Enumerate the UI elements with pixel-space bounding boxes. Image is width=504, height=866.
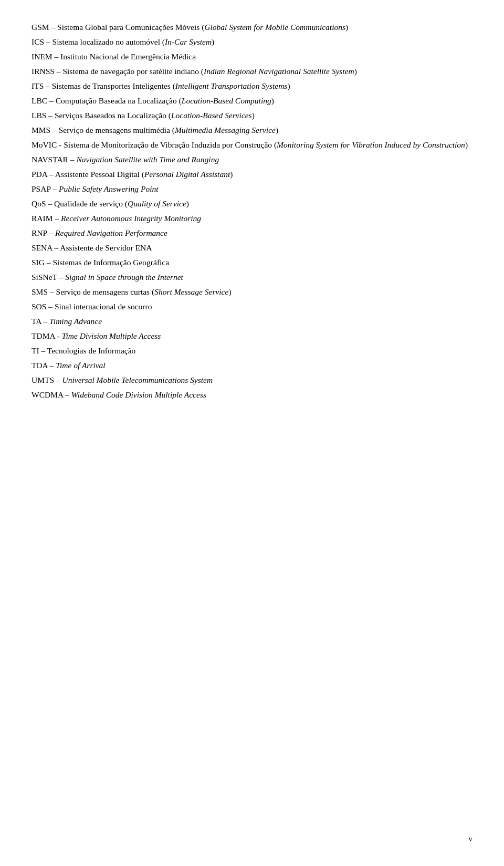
glossary-entry-lbs: LBS – Serviços Baseados na Localização (… <box>32 109 472 122</box>
glossary-entry-rnp: RNP – Required Navigation Performance <box>32 227 472 239</box>
entry-italic-gsm: Global System for Mobile Communications <box>204 23 345 32</box>
entry-text-sms: SMS – Serviço de mensagens curtas ( <box>32 287 154 296</box>
glossary-entry-movic: MoVIC - Sistema de Monitorização de Vibr… <box>32 139 472 151</box>
entry-text-movic: MoVIC - Sistema de Monitorização de Vibr… <box>32 140 277 149</box>
glossary-entry-ics: ICS – Sistema localizado no automóvel (I… <box>32 36 472 48</box>
entry-italic-sms: Short Message Service <box>154 287 228 296</box>
glossary-entry-sena: SENA – Assistente de Servidor ENA <box>32 242 472 254</box>
entry-text-qos: QoS – Qualidade de serviço ( <box>32 199 128 208</box>
entry-suffix-irnss: ) <box>354 67 357 76</box>
entry-italic-umts: Universal Mobile Telecommunications Syst… <box>62 375 213 384</box>
entry-text-lbs: LBS – Serviços Baseados na Localização ( <box>32 111 171 120</box>
entry-italic-pda: Personal Digital Assistant <box>144 170 230 179</box>
entry-suffix-gsm: ) <box>345 23 348 32</box>
glossary-entry-qos: QoS – Qualidade de serviço (Quality of S… <box>32 197 472 210</box>
entry-text-sena: SENA – Assistente de Servidor ENA <box>32 243 152 252</box>
entry-suffix-movic: ) <box>465 140 468 149</box>
entry-text-irnss: IRNSS – Sistema de navegação por satélit… <box>32 67 204 76</box>
entry-italic-raim: Receiver Autonomous Integrity Monitoring <box>61 214 201 223</box>
entry-italic-lbs: Location-Based Services <box>171 111 252 120</box>
entry-suffix-lbs: ) <box>252 111 255 120</box>
entry-suffix-sms: ) <box>228 287 231 296</box>
entry-suffix-qos: ) <box>186 199 189 208</box>
glossary-entry-ti: TI – Tecnologias de Informação <box>32 345 472 357</box>
entry-text-wcdma: WCDMA – <box>32 390 71 399</box>
entry-italic-lbc: Location-Based Computing <box>182 96 271 105</box>
glossary-entry-sms: SMS – Serviço de mensagens curtas (Short… <box>32 286 472 298</box>
glossary-entry-irnss: IRNSS – Sistema de navegação por satélit… <box>32 65 472 78</box>
entry-italic-irnss: Indian Regional Navigational Satellite S… <box>204 67 354 76</box>
glossary-entry-raim: RAIM – Receiver Autonomous Integrity Mon… <box>32 212 472 225</box>
page-number: v <box>469 833 473 845</box>
entry-text-its: ITS – Sistemas de Transportes Inteligent… <box>32 81 175 90</box>
entry-suffix-pda: ) <box>230 170 233 179</box>
entry-italic-qos: Quality of Service <box>128 199 186 208</box>
entry-suffix-mms: ) <box>276 126 278 134</box>
entry-italic-sisnet: Signal in Space through the Internet <box>65 273 183 281</box>
entry-text-ta: TA – <box>32 317 49 326</box>
entry-italic-tdma: Time Division Multiple Access <box>62 331 161 340</box>
glossary-entry-sig: SIG – Sistemas de Informação Geográfica <box>32 256 472 269</box>
entry-text-toa: TOA – <box>32 361 56 370</box>
entry-text-sisnet: SiSNeT – <box>32 273 65 281</box>
entry-suffix-ics: ) <box>212 37 214 46</box>
glossary-entry-sos: SOS – Sinal internacional de socorro <box>32 300 472 313</box>
glossary-entry-ta: TA – Timing Advance <box>32 315 472 328</box>
glossary-entry-wcdma: WCDMA – Wideband Code Division Multiple … <box>32 389 472 401</box>
entry-italic-ta: Timing Advance <box>49 317 102 326</box>
entry-text-lbc: LBC – Computação Baseada na Localização … <box>32 96 182 105</box>
glossary-entry-pda: PDA – Assistente Pessoal Digital (Person… <box>32 168 472 181</box>
glossary-entry-its: ITS – Sistemas de Transportes Inteligent… <box>32 80 472 92</box>
glossary-entry-mms: MMS – Serviço de mensagens multimédia (M… <box>32 124 472 137</box>
entry-text-gsm: GSM – Sistema Global para Comunicações M… <box>32 23 204 32</box>
entry-italic-toa: Time of Arrival <box>56 361 105 370</box>
entry-italic-movic: Monitoring System for Vibration Induced … <box>277 140 465 149</box>
entry-text-tdma: TDMA - <box>32 331 62 340</box>
entry-text-raim: RAIM – <box>32 214 61 223</box>
glossary-entry-sisnet: SiSNeT – Signal in Space through the Int… <box>32 271 472 284</box>
glossary-entry-navstar: NAVSTAR – Navigation Satellite with Time… <box>32 153 472 166</box>
entry-italic-rnp: Required Navigation Performance <box>55 228 167 237</box>
entry-italic-its: Intelligent Transportation Systems <box>175 81 288 90</box>
entry-italic-navstar: Navigation Satellite with Time and Rangi… <box>76 155 219 164</box>
entry-italic-ics: In-Car System <box>165 37 212 46</box>
entry-text-rnp: RNP – <box>32 228 55 237</box>
glossary-entry-lbc: LBC – Computação Baseada na Localização … <box>32 95 472 107</box>
glossary-entry-tdma: TDMA - Time Division Multiple Access <box>32 330 472 342</box>
entry-text-pda: PDA – Assistente Pessoal Digital ( <box>32 170 144 179</box>
entry-text-ics: ICS – Sistema localizado no automóvel ( <box>32 37 165 46</box>
entry-text-mms: MMS – Serviço de mensagens multimédia ( <box>32 126 175 134</box>
entry-italic-wcdma: Wideband Code Division Multiple Access <box>71 390 206 399</box>
glossary-entry-inem: INEM – Instituto Nacional de Emergência … <box>32 50 472 63</box>
entry-text-inem: INEM – Instituto Nacional de Emergência … <box>32 52 196 61</box>
entry-text-ti: TI – Tecnologias de Informação <box>32 346 135 355</box>
entry-text-umts: UMTS – <box>32 375 62 384</box>
entry-text-sos: SOS – Sinal internacional de socorro <box>32 302 152 311</box>
entry-italic-mms: Multimedia Messaging Service <box>175 126 276 134</box>
glossary-entry-toa: TOA – Time of Arrival <box>32 359 472 372</box>
glossary-entry-gsm: GSM – Sistema Global para Comunicações M… <box>32 21 472 34</box>
entry-suffix-its: ) <box>287 81 290 90</box>
entry-text-psap: PSAP – <box>32 184 59 193</box>
entry-italic-psap: Public Safety Answering Point <box>59 184 159 193</box>
entry-suffix-lbc: ) <box>271 96 274 105</box>
glossary-entry-psap: PSAP – Public Safety Answering Point <box>32 183 472 195</box>
entry-text-sig: SIG – Sistemas de Informação Geográfica <box>32 258 169 267</box>
glossary-entry-umts: UMTS – Universal Mobile Telecommunicatio… <box>32 374 472 387</box>
main-content: GSM – Sistema Global para Comunicações M… <box>32 21 472 401</box>
entry-text-navstar: NAVSTAR – <box>32 155 76 164</box>
